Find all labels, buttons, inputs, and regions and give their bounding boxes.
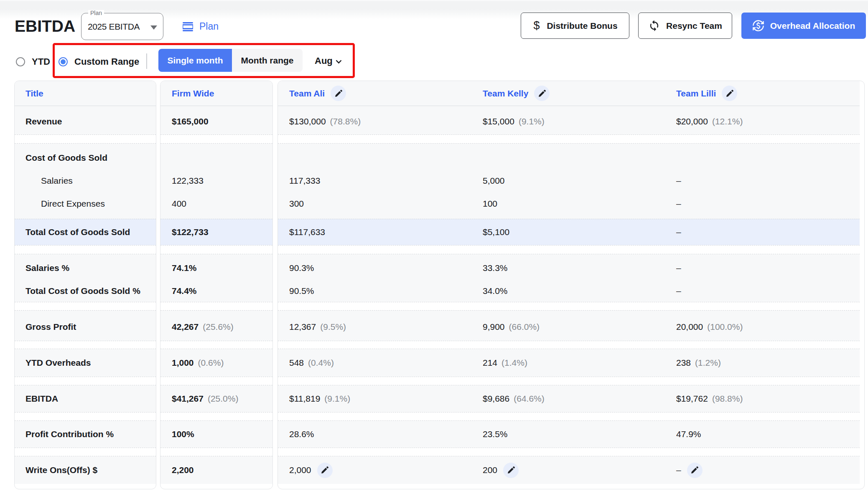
svg-text:$: $ <box>534 20 540 31</box>
